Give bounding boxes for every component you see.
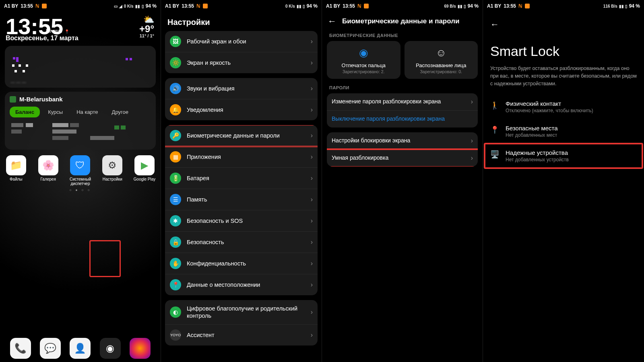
settings-display[interactable]: 🔆 Экран и яркость › [165, 52, 318, 73]
walk-icon: 🚶 [490, 101, 498, 110]
weather-widget[interactable]: ⛅ +9° 11° / 1° [139, 15, 161, 38]
music-widget[interactable]: — — — [5, 46, 156, 88]
settings-battery[interactable]: 🔋 Батарея › [165, 167, 318, 189]
bank-title: M-Belarusbank [19, 96, 63, 103]
lock-icon: 🔒 [170, 237, 181, 248]
page-title: Настройки [161, 12, 322, 31]
weather-temp: +9° [139, 24, 154, 34]
sos-icon: ✱ [170, 215, 181, 226]
status-bar: A1 BY 13:55 ℕ 116 B/s ▮▮ ▯ 94 % [483, 0, 644, 12]
nfc-icon: ℕ [196, 3, 200, 9]
settings-privacy[interactable]: ✋ Конфиденциальность › [165, 253, 318, 274]
nfc-icon: ℕ [35, 3, 39, 9]
page-title: Smart Lock [483, 30, 644, 65]
settings-apps[interactable]: ▦ Приложения › [165, 146, 318, 167]
nfc-icon: ℕ [357, 3, 361, 9]
bank-widget[interactable]: M-Belarusbank Баланс Курсы На карте Друг… [5, 92, 156, 150]
bank-tab-balance[interactable]: Баланс [10, 107, 40, 117]
firefox-app[interactable] [130, 338, 151, 359]
highlight-smart-unlock [327, 148, 478, 167]
settings-location[interactable]: 📍 Данные о местоположении › [165, 274, 318, 295]
item-body-detection[interactable]: 🚶 Физический контакт Отключено (нажмите,… [483, 95, 644, 119]
nfc-icon: ℕ [518, 3, 522, 9]
tag-icon [525, 4, 530, 8]
gallery-icon: 🌸 [38, 155, 58, 175]
wifi-icon: ◢ [119, 4, 122, 8]
tag-icon [364, 4, 369, 8]
vibrate-icon: ▭ [114, 4, 118, 8]
phone-app[interactable]: 📞 [10, 338, 31, 359]
tag-icon [42, 4, 47, 8]
weather-range: 11° / 1° [140, 34, 154, 38]
messages-app[interactable]: 💬 [40, 338, 61, 359]
chevron-right-icon: › [311, 196, 313, 203]
app-settings[interactable]: ⚙ Настройки [101, 155, 124, 186]
status-time: 13:55 [21, 3, 33, 9]
chevron-right-icon: › [311, 85, 313, 92]
wallpaper-icon: 🖼 [170, 36, 181, 47]
chevron-right-icon: › [311, 331, 313, 339]
highlight-trusted-devices [484, 143, 643, 169]
app-files[interactable]: 📁 Файлы [4, 155, 28, 186]
files-icon: 📁 [6, 155, 26, 175]
row-disable-password[interactable]: Выключение пароля разблокировки экрана [327, 110, 478, 128]
app-system-manager[interactable]: 🛡 Системный диспетчер [68, 155, 92, 186]
battery-icon: ▯ [142, 4, 144, 8]
settings-memory[interactable]: ☰ Память › [165, 189, 318, 210]
chevron-right-icon: › [311, 106, 313, 113]
signal-icon: ▮▮ ▯ [458, 4, 466, 8]
card-face-unlock[interactable]: ☺ Распознавание лица Зарегистрировано: 0… [405, 41, 478, 79]
storage-icon: ☰ [170, 194, 181, 205]
chevron-right-icon: › [311, 239, 313, 246]
face-icon: ☺ [406, 47, 477, 59]
gear-icon: ⚙ [102, 155, 122, 175]
chevron-right-icon: › [471, 98, 473, 105]
settings-sound[interactable]: 🔊 Звуки и вибрация › [165, 78, 318, 99]
bank-tab-other[interactable]: Другое [106, 107, 134, 117]
page-title: Биометрические данные и пароли [342, 17, 459, 25]
section-passwords: ПАРОЛИ [322, 83, 483, 93]
shield-icon: 🛡 [70, 155, 90, 175]
settings-sos[interactable]: ✱ Безопасность и SOS › [165, 210, 318, 231]
settings-digital-wellbeing[interactable]: ◐ Цифровое благополучие и родительский к… [165, 300, 318, 324]
battery-percent: 94 % [146, 3, 157, 9]
camera-app[interactable]: ◉ [100, 338, 121, 359]
item-trusted-devices[interactable]: 🖥️ Надежные устройства Нет добавленных у… [483, 144, 644, 168]
app-google-play[interactable]: ▶ Google Play [133, 155, 156, 186]
bank-tab-map[interactable]: На карте [71, 107, 103, 117]
contacts-app[interactable]: 👤 [70, 338, 91, 359]
weather-icon: ⛅ [143, 15, 154, 24]
play-store-icon: ▶ [134, 155, 155, 175]
status-bar: A1 BY 13:55 ℕ ▭ ◢ 0 K/s ▮▮ ▯ 94 % [0, 0, 161, 12]
settings-home-screen[interactable]: 🖼 Рабочий экран и обои › [165, 31, 318, 52]
privacy-icon: ✋ [170, 258, 181, 269]
settings-security[interactable]: 🔒 Безопасность › [165, 231, 318, 253]
brightness-icon: 🔆 [170, 57, 181, 68]
back-button[interactable]: ← [328, 16, 336, 27]
row-change-password[interactable]: Изменение пароля разблокировки экрана › [327, 93, 478, 110]
status-bar: A1 BY 13:55 ℕ 69 B/s ▮▮ ▯ 94 % [322, 0, 483, 12]
screen-biometrics: A1 BY 13:55 ℕ 69 B/s ▮▮ ▯ 94 % ← Биометр… [322, 0, 483, 362]
settings-biometrics[interactable]: 🔑 Биометрические данные и пароли › [165, 125, 318, 146]
card-fingerprint[interactable]: ◉ Отпечаток пальца Зарегистрировано: 2. [327, 41, 400, 79]
screen-home: A1 BY 13:55 ℕ ▭ ◢ 0 K/s ▮▮ ▯ 94 % 13:55 … [0, 0, 161, 362]
row-smart-unlock[interactable]: Умная разблокировка › [327, 149, 478, 167]
chevron-right-icon: › [471, 137, 473, 144]
row-lock-settings[interactable]: Настройки блокировки экрана › [327, 132, 478, 149]
settings-notifications[interactable]: 🔔 Уведомления › [165, 99, 318, 120]
status-carrier: A1 BY [4, 3, 18, 9]
chevron-right-icon: › [311, 38, 313, 45]
item-trusted-places[interactable]: 📍 Безопасные места Нет добавленных мест [483, 119, 644, 144]
back-button[interactable]: ← [483, 12, 506, 30]
app-gallery[interactable]: 🌸 Галерея [37, 155, 60, 186]
app-row: 📁 Файлы 🌸 Галерея 🛡 Системный диспетчер … [0, 155, 161, 186]
highlight-settings [89, 240, 121, 277]
chevron-right-icon: › [311, 309, 313, 316]
location-icon: 📍 [170, 279, 181, 290]
assistant-icon: YOYO [170, 329, 181, 341]
pin-icon: 📍 [490, 125, 498, 134]
settings-assistant[interactable]: YOYO Ассистент › [165, 324, 318, 346]
bank-tab-rates[interactable]: Курсы [42, 107, 68, 117]
page-indicator: ○ ● ○ ○ [0, 188, 161, 192]
chevron-right-icon: › [311, 281, 313, 288]
